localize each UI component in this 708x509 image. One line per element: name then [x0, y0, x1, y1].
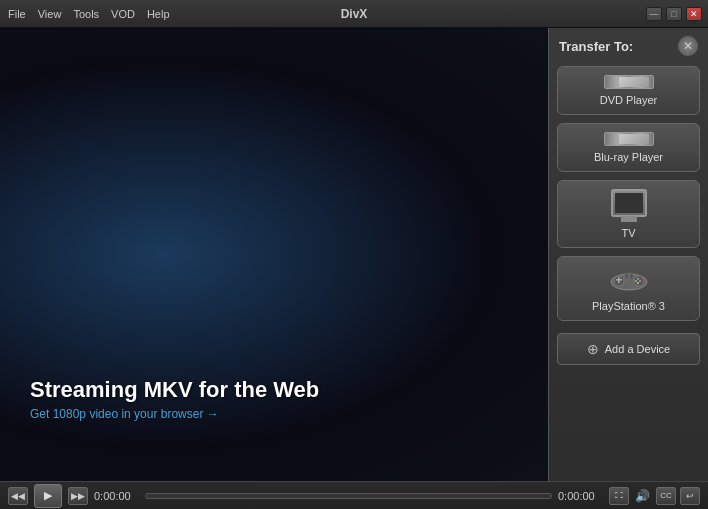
menu-help[interactable]: Help: [147, 8, 170, 20]
menu-bar: File View Tools VOD Help: [0, 8, 170, 20]
video-area: Web Player Streaming MKV for the Web Get…: [0, 28, 548, 481]
dvd-player-button[interactable]: DVD Player: [557, 66, 700, 115]
ps3-label: PlayStation® 3: [592, 300, 665, 312]
add-device-icon: ⊕: [587, 341, 599, 357]
fast-forward-button[interactable]: ▶▶: [68, 487, 88, 505]
menu-tools[interactable]: Tools: [73, 8, 99, 20]
streaming-title: Streaming MKV for the Web: [30, 377, 538, 403]
close-panel-button[interactable]: ✕: [678, 36, 698, 56]
close-button[interactable]: ✕: [686, 7, 702, 21]
maximize-button[interactable]: □: [666, 7, 682, 21]
title-bar: File View Tools VOD Help DivX — □ ✕: [0, 0, 708, 28]
svg-rect-10: [630, 273, 633, 279]
transfer-header: Transfer To: ✕: [557, 36, 700, 56]
bottom-right-buttons: CC ↩: [656, 487, 700, 505]
subtitles-button[interactable]: CC: [656, 487, 676, 505]
bluray-disc-icon: [604, 132, 654, 146]
settings-button[interactable]: ↩: [680, 487, 700, 505]
svg-rect-4: [618, 277, 620, 283]
svg-point-6: [639, 280, 641, 282]
minimize-button[interactable]: —: [646, 7, 662, 21]
rewind-button[interactable]: ◀◀: [8, 487, 28, 505]
promo-images: Web Player: [10, 28, 450, 38]
right-panel: Transfer To: ✕ DVD Player Blu-ray Player…: [548, 28, 708, 481]
bottom-bar: ◀◀ ▶ ▶▶ 0:00:00 0:00:00 ⛶ 🔊 CC ↩: [0, 481, 708, 509]
svg-point-8: [637, 282, 639, 284]
time-total: 0:00:00: [558, 490, 603, 502]
transfer-title: Transfer To:: [559, 39, 633, 54]
bluray-player-button[interactable]: Blu-ray Player: [557, 123, 700, 172]
progress-bar[interactable]: [145, 493, 552, 499]
ps3-icon: [609, 265, 649, 295]
dvd-label: DVD Player: [600, 94, 657, 106]
play-pause-button[interactable]: ▶: [34, 484, 62, 508]
promo-content: Streaming MKV for the Web Get 1080p vide…: [30, 377, 538, 421]
volume-icon[interactable]: 🔊: [635, 489, 650, 503]
window-controls: — □ ✕: [646, 7, 708, 21]
tv-button[interactable]: TV: [557, 180, 700, 248]
menu-file[interactable]: File: [8, 8, 26, 20]
ps3-button[interactable]: PlayStation® 3: [557, 256, 700, 321]
svg-point-5: [637, 278, 639, 280]
app-title: DivX: [341, 7, 368, 21]
promo-text-area: Streaming MKV for the Web Get 1080p vide…: [30, 377, 538, 421]
streaming-link[interactable]: Get 1080p video in your browser →: [30, 407, 538, 421]
svg-rect-9: [625, 273, 628, 279]
svg-point-7: [635, 280, 637, 282]
fullscreen-button[interactable]: ⛶: [609, 487, 629, 505]
dvd-disc-icon: [604, 75, 654, 89]
menu-vod[interactable]: VOD: [111, 8, 135, 20]
tv-label: TV: [621, 227, 635, 239]
menu-view[interactable]: View: [38, 8, 62, 20]
main-layout: Web Player Streaming MKV for the Web Get…: [0, 28, 708, 481]
time-current: 0:00:00: [94, 490, 139, 502]
bluray-label: Blu-ray Player: [594, 151, 663, 163]
tv-icon: [611, 189, 647, 217]
add-device-button[interactable]: ⊕ Add a Device: [557, 333, 700, 365]
add-device-label: Add a Device: [605, 343, 670, 355]
